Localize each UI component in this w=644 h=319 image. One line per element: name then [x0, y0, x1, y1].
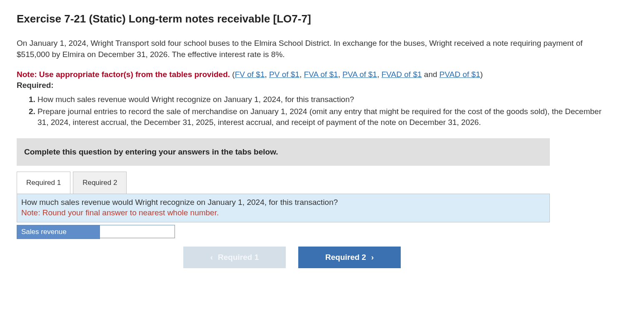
sep: ,	[377, 70, 382, 79]
tab-required-2[interactable]: Required 2	[73, 172, 127, 194]
note-prefix: Note: Use appropriate factor(s) from the…	[17, 70, 230, 79]
sep: ,	[300, 70, 304, 79]
requirements-list: How much sales revenue would Wright reco…	[37, 94, 604, 128]
link-pv[interactable]: PV of $1	[269, 70, 300, 79]
instruction-bar: Complete this question by entering your …	[17, 138, 550, 166]
link-fv[interactable]: FV of $1	[235, 70, 265, 79]
tab-prompt: How much sales revenue would Wright reco…	[17, 194, 549, 222]
requirement-1: How much sales revenue would Wright reco…	[37, 94, 604, 105]
sep: ,	[265, 70, 269, 79]
and-word: and	[424, 70, 439, 79]
scenario-text: On January 1, 2024, Wright Transport sol…	[17, 38, 592, 60]
prev-button-label: Required 1	[218, 253, 259, 262]
note-close-paren: )	[480, 70, 483, 79]
next-button-label: Required 2	[325, 253, 366, 262]
sales-revenue-input[interactable]	[100, 225, 175, 238]
next-button[interactable]: Required 2 ›	[298, 247, 401, 268]
prev-button[interactable]: ‹ Required 1	[183, 247, 286, 268]
nav-row: ‹ Required 1 Required 2 ›	[183, 247, 627, 268]
link-pva[interactable]: PVA of $1	[342, 70, 377, 79]
chevron-left-icon: ‹	[210, 253, 213, 262]
chevron-right-icon: ›	[371, 253, 374, 262]
answer-row: Sales revenue	[17, 225, 627, 239]
tab-strip: Required 1 Required 2	[17, 172, 627, 194]
required-label: Required:	[17, 81, 627, 90]
tab-question: How much sales revenue would Wright reco…	[21, 197, 545, 208]
link-fva[interactable]: FVA of $1	[304, 70, 338, 79]
tab-panel: How much sales revenue would Wright reco…	[17, 194, 550, 222]
tab-round-note: Note: Round your final answer to nearest…	[21, 208, 545, 218]
link-fvad[interactable]: FVAD of $1	[382, 70, 422, 79]
requirement-2: Prepare journal entries to record the sa…	[37, 106, 604, 128]
sep: ,	[338, 70, 343, 79]
answer-label: Sales revenue	[17, 225, 100, 239]
tab-required-1[interactable]: Required 1	[17, 172, 70, 194]
exercise-title: Exercise 7-21 (Static) Long-term notes r…	[17, 12, 627, 25]
link-pvad[interactable]: PVAD of $1	[439, 70, 480, 79]
note-line: Note: Use appropriate factor(s) from the…	[17, 70, 627, 79]
